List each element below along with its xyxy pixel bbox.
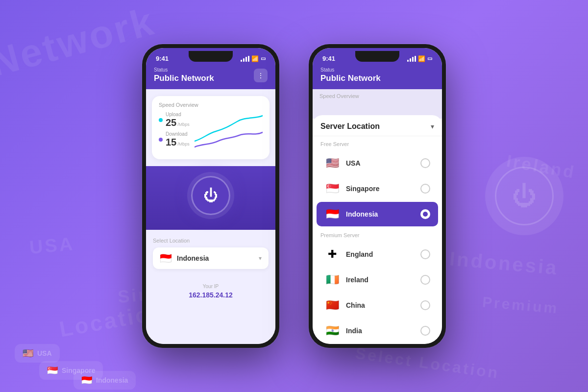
phone-1-status-icons: 📶 ▭	[241, 55, 266, 62]
speed-card-body: Upload 25 /Mbps Downloa	[159, 112, 263, 153]
server-name-indonesia: Indonesia	[346, 210, 415, 218]
upload-dot	[159, 118, 163, 122]
bg-text-9: Premium	[481, 294, 559, 317]
download-legend: Download 15 /Mbps	[159, 131, 190, 148]
server-overlay: Server Location ▾ Free Server 🇺🇸 USA 🇸🇬	[313, 115, 442, 344]
status-label: Status	[154, 67, 214, 73]
server-item-singapore[interactable]: 🇸🇬 Singapore	[317, 176, 438, 201]
server-item-china[interactable]: 🇨🇳 China	[317, 293, 438, 318]
bg-power-icon: ⏻	[485, 157, 564, 235]
server-item-england[interactable]: ✚ England	[317, 242, 438, 267]
phone-1-inner: 9:41 📶 ▭ Status Public Network	[146, 48, 275, 344]
flag-indonesia: 🇮🇩	[324, 208, 340, 220]
phone-1-time: 9:41	[156, 55, 169, 62]
radio-usa[interactable]	[420, 158, 430, 168]
phone-2-network-name: Public Network	[320, 74, 381, 83]
download-unit: /Mbps	[177, 142, 190, 147]
server-name-ireland: Ireland	[346, 276, 415, 284]
bg-text-4: Indonesia	[449, 247, 560, 279]
phone-2-speed-title: Speed Overview	[319, 93, 435, 99]
download-label: Download	[166, 131, 190, 137]
download-dot	[159, 138, 163, 142]
speed-card-title: Speed Overview	[159, 102, 263, 108]
phone-1-header-info: Status Public Network	[154, 67, 214, 83]
ip-value: 162.185.24.12	[146, 291, 275, 299]
server-list-title: Server Location	[320, 122, 380, 131]
server-name-england: England	[346, 250, 415, 258]
server-name-usa: USA	[346, 159, 415, 167]
bg-text-1: Network	[0, 0, 160, 86]
phone-2-header: Status Public Network	[313, 65, 442, 89]
server-name-india: India	[346, 327, 415, 335]
phone-2-speed-peek: Speed Overview	[313, 89, 442, 119]
location-section: Select Location 🇮🇩 Indonesia ▾	[146, 230, 275, 279]
phone-2-header-info: Status Public Network	[320, 67, 381, 83]
power-icon: ⏻	[203, 187, 218, 204]
speed-card: Speed Overview Upload 25 /Mbps	[152, 96, 270, 159]
radio-ireland[interactable]	[420, 275, 430, 285]
flag-ireland: 🇮🇪	[324, 273, 340, 286]
server-item-indonesia[interactable]: 🇮🇩 Indonesia	[317, 202, 438, 226]
server-list-chevron-icon: ▾	[431, 122, 434, 130]
phones-container: 9:41 📶 ▭ Status Public Network	[142, 44, 446, 348]
location-chevron-icon: ▾	[259, 255, 262, 262]
wifi-icon: 📶	[251, 55, 259, 62]
speed-legends: Upload 25 /Mbps Downloa	[159, 112, 190, 148]
phone-2-notch	[355, 51, 399, 62]
bg-text-7: Select Location	[354, 344, 500, 383]
server-item-usa[interactable]: 🇺🇸 USA	[317, 151, 438, 175]
radio-indonesia[interactable]	[420, 209, 430, 219]
server-item-india[interactable]: 🇮🇳 India	[317, 318, 438, 343]
phone-2-time: 9:41	[322, 55, 335, 62]
phone-1: 9:41 📶 ▭ Status Public Network	[142, 44, 279, 348]
signal-bars	[241, 56, 249, 62]
power-button[interactable]: ⏻	[191, 176, 230, 215]
flag-singapore: 🇸🇬	[324, 182, 340, 195]
phone-2-inner: 9:41 📶 ▭ Status Public Network	[313, 48, 442, 344]
phone-2-wifi-icon: 📶	[418, 55, 425, 62]
phone-1-notch	[189, 51, 233, 62]
phone-2-battery-icon: ▭	[427, 55, 432, 62]
location-flag: 🇮🇩	[160, 252, 172, 264]
ip-section: Your IP 162.185.24.12	[146, 279, 275, 307]
phone-2-content: Speed Overview Server Location ▾ Free Se…	[313, 89, 442, 344]
bg-text-5: USA	[28, 233, 75, 258]
free-server-label: Free Server	[313, 136, 442, 150]
flag-india: 🇮🇳	[324, 324, 340, 337]
premium-server-label: Premium Server	[313, 227, 442, 241]
phone-2: 9:41 📶 ▭ Status Public Network	[309, 44, 446, 348]
upload-legend: Upload 25 /Mbps	[159, 112, 190, 128]
phone-2-status-icons: 📶 ▭	[407, 55, 432, 62]
upload-value: 25	[166, 117, 176, 128]
phone-1-content: Speed Overview Upload 25 /Mbps	[146, 89, 275, 344]
phone-1-header: Status Public Network ⋮	[146, 65, 275, 89]
phone-2-signal-bars	[407, 56, 416, 62]
server-name-singapore: Singapore	[346, 185, 415, 193]
upload-label: Upload	[166, 112, 190, 117]
location-name: Indonesia	[177, 254, 254, 262]
location-dropdown[interactable]: 🇮🇩 Indonesia ▾	[153, 247, 269, 269]
bg-indonesia-item: 🇮🇩 Indonesia	[74, 371, 136, 390]
bg-usa-item: 🇺🇸 USA	[15, 344, 60, 363]
location-label: Select Location	[153, 238, 269, 244]
ip-label: Your IP	[146, 284, 275, 289]
menu-button[interactable]: ⋮	[254, 69, 268, 82]
flag-england: ✚	[324, 248, 340, 261]
speed-chart-svg	[195, 112, 263, 153]
battery-icon: ▭	[261, 55, 266, 62]
network-name: Public Network	[154, 74, 214, 83]
radio-china[interactable]	[420, 300, 430, 310]
upload-unit: /Mbps	[177, 122, 190, 127]
flag-usa: 🇺🇸	[324, 157, 340, 170]
download-value: 15	[166, 137, 176, 148]
speed-chart	[195, 112, 263, 153]
phone-2-status-label: Status	[320, 67, 381, 73]
server-item-ireland[interactable]: 🇮🇪 Ireland	[317, 268, 438, 292]
server-name-china: China	[346, 301, 415, 309]
server-list-header[interactable]: Server Location ▾	[313, 115, 442, 136]
radio-england[interactable]	[420, 249, 430, 259]
flag-china: 🇨🇳	[324, 299, 340, 312]
radio-india[interactable]	[420, 326, 430, 336]
radio-singapore[interactable]	[420, 184, 430, 194]
power-section: ⏻	[146, 166, 275, 230]
